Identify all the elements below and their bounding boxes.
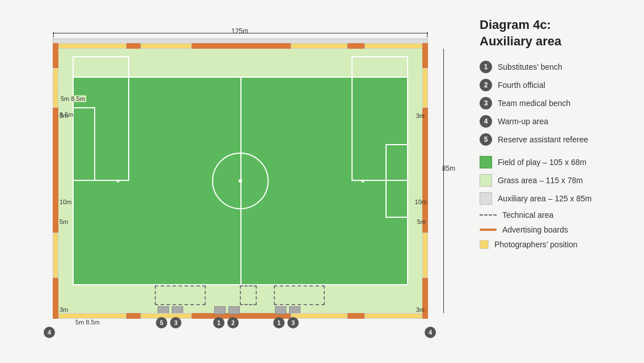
legend-label-field: Field of play – 105 x 68m [498, 158, 586, 167]
bench-5 [275, 306, 286, 314]
field-wrapper: 125m | | [41, 23, 438, 340]
dash-line [480, 214, 497, 216]
badge-2: 2 [480, 79, 492, 91]
measure-right-10m: 10m [415, 199, 427, 205]
measure-left-3m-bottom: 3m [60, 306, 68, 313]
legend-label-tech: Technical area [502, 210, 553, 220]
photo-strip-left-top [53, 68, 58, 108]
measure-left-5m: 5m [60, 218, 68, 225]
badge-4-left: 4 [44, 327, 55, 338]
field-of-play [73, 77, 408, 285]
tech-area-mid [240, 285, 257, 305]
legend-label-grass: Grass area – 115 x 78m [498, 176, 583, 185]
measure-top-5-85: 5m 8.5m [60, 95, 86, 102]
legend-color-field: Field of play – 105 x 68m [480, 156, 633, 168]
photo-square [480, 240, 489, 249]
legend-label-adv: Advertising boards [502, 225, 568, 234]
badge-1-left: 1 [213, 317, 224, 328]
legend-label-aux: Auxiliary area – 125 x 85m [498, 194, 592, 203]
photo-strip-bottom-mid-left [141, 313, 192, 319]
photo-strip-left-bottom [53, 233, 58, 278]
measure-85m: 85m [442, 164, 455, 172]
legend-photo: Photographers’ position [480, 240, 633, 249]
badge-4: 4 [480, 115, 492, 128]
badge-5-left: 5 [156, 317, 167, 328]
bench-3 [214, 306, 226, 314]
legend-item-5: 5 Reserve assistant referee [480, 133, 633, 146]
right-dim-line [443, 49, 444, 313]
photo-strip-top-left [58, 43, 126, 49]
legend-item-2: 2 Fourth official [480, 79, 633, 91]
badge-1: 1 [480, 61, 492, 73]
diagram-title: Diagram 4c: Auxiliary area [480, 17, 633, 49]
diagram-area: 125m | | [0, 0, 468, 363]
legend-color-aux: Auxiliary area – 125 x 85m [480, 192, 633, 205]
badge-2-left: 2 [227, 317, 239, 328]
legend-label-photo: Photographers’ position [494, 240, 578, 249]
measure-left-10m: 10m [60, 199, 71, 205]
legend-label-1: Substitutes’ bench [498, 62, 562, 71]
photo-strip-bottom-mid-right [291, 313, 348, 319]
measure-left-3m-top: 3m [60, 112, 68, 119]
badge-5: 5 [480, 133, 492, 146]
legend-label-3: Team medical bench [498, 99, 570, 108]
legend-label-2: Fourth official [498, 81, 545, 90]
photo-strip-bottom-left [58, 313, 126, 319]
legend-item-3: 3 Team medical bench [480, 97, 633, 109]
bench-4 [228, 306, 240, 314]
photo-strip-right-top [422, 68, 428, 108]
legend-item-1: 1 Substitutes’ bench [480, 61, 633, 73]
photo-strip-top-right [365, 43, 422, 49]
badge-3-right: 3 [287, 317, 299, 328]
legend-adv-boards: Advertising boards [480, 225, 633, 234]
legend-area: Diagram 4c: Auxiliary area 1 Substitutes… [468, 0, 644, 363]
legend-item-4: 4 Warm-up area [480, 115, 633, 128]
badge-4-right: 4 [425, 327, 436, 338]
field-color-box [480, 156, 492, 168]
legend-label-5: Reserve assistant referee [498, 135, 588, 144]
photo-strip-top-mid-left [141, 43, 192, 49]
legend-tech-area: Technical area [480, 210, 633, 220]
photo-strip-bottom-right [365, 313, 422, 319]
legend-label-4: Warm-up area [498, 117, 548, 126]
badge-3-left: 3 [170, 317, 181, 328]
photo-strip-right-bottom [422, 233, 428, 278]
measure-bottom-5-85: 5m 8.5m [75, 319, 100, 326]
measure-right-5m: 5m [417, 218, 426, 225]
badge-1-right: 1 [273, 317, 285, 328]
adv-line [480, 229, 497, 231]
measure-right-3m-bottom: 3m [416, 306, 425, 313]
measure-right-3m-top: 3m [416, 112, 425, 119]
tech-area-left [155, 285, 206, 305]
tech-area-right [274, 285, 325, 305]
badge-3: 3 [480, 97, 492, 109]
aux-color-box [480, 192, 492, 205]
photo-strip-top-mid-right [291, 43, 348, 49]
legend-color-grass: Grass area – 115 x 78m [480, 174, 633, 187]
grass-color-box [480, 174, 492, 187]
